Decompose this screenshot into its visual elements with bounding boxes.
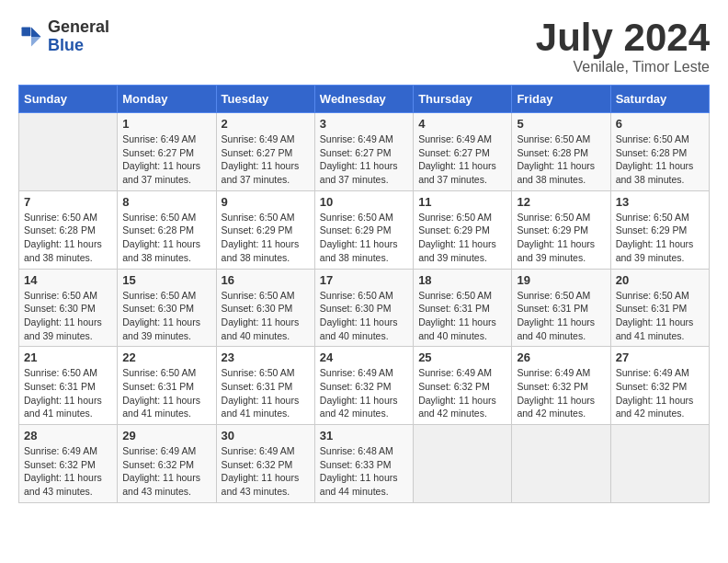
day-info: Sunrise: 6:49 AM Sunset: 6:32 PM Dayligh… [616, 366, 704, 420]
svg-rect-2 [22, 27, 31, 36]
weekday-header: Friday [512, 86, 610, 113]
calendar-day-cell: 31Sunrise: 6:48 AM Sunset: 6:33 PM Dayli… [314, 425, 413, 503]
svg-marker-0 [31, 27, 41, 37]
logo-icon [18, 24, 44, 50]
day-number: 15 [122, 273, 210, 287]
calendar-day-cell: 7Sunrise: 6:50 AM Sunset: 6:28 PM Daylig… [19, 190, 118, 269]
weekday-header: Tuesday [216, 86, 314, 113]
calendar-day-cell [414, 425, 512, 503]
day-number: 23 [222, 350, 310, 364]
calendar-day-cell: 10Sunrise: 6:50 AM Sunset: 6:29 PM Dayli… [314, 190, 413, 269]
day-info: Sunrise: 6:50 AM Sunset: 6:30 PM Dayligh… [122, 289, 210, 343]
day-info: Sunrise: 6:49 AM Sunset: 6:32 PM Dayligh… [122, 444, 210, 499]
calendar-day-cell: 4Sunrise: 6:49 AM Sunset: 6:27 PM Daylig… [414, 113, 512, 191]
day-info: Sunrise: 6:50 AM Sunset: 6:31 PM Dayligh… [517, 289, 605, 343]
day-info: Sunrise: 6:49 AM Sunset: 6:27 PM Dayligh… [122, 132, 210, 187]
month-year-title: July 2024 [536, 18, 710, 57]
calendar-day-cell: 3Sunrise: 6:49 AM Sunset: 6:27 PM Daylig… [314, 113, 413, 191]
calendar-week-row: 28Sunrise: 6:49 AM Sunset: 6:32 PM Dayli… [19, 425, 710, 503]
calendar-day-cell: 20Sunrise: 6:50 AM Sunset: 6:31 PM Dayli… [610, 269, 709, 347]
calendar-day-cell: 2Sunrise: 6:49 AM Sunset: 6:27 PM Daylig… [216, 113, 314, 191]
day-number: 25 [418, 350, 506, 364]
day-number: 31 [320, 429, 408, 442]
svg-marker-1 [31, 37, 41, 47]
logo[interactable]: General Blue [18, 18, 109, 55]
day-number: 13 [616, 195, 704, 209]
weekday-header: Thursday [414, 86, 512, 113]
day-number: 22 [122, 350, 210, 364]
calendar-day-cell [512, 425, 610, 503]
day-info: Sunrise: 6:49 AM Sunset: 6:32 PM Dayligh… [418, 366, 506, 420]
day-number: 14 [24, 273, 112, 287]
location-subtitle: Venilale, Timor Leste [536, 59, 710, 75]
day-info: Sunrise: 6:50 AM Sunset: 6:30 PM Dayligh… [320, 289, 408, 343]
day-info: Sunrise: 6:50 AM Sunset: 6:29 PM Dayligh… [517, 211, 605, 265]
day-info: Sunrise: 6:50 AM Sunset: 6:31 PM Dayligh… [616, 289, 704, 343]
calendar-day-cell: 22Sunrise: 6:50 AM Sunset: 6:31 PM Dayli… [118, 347, 216, 425]
calendar-week-row: 14Sunrise: 6:50 AM Sunset: 6:30 PM Dayli… [19, 269, 710, 347]
calendar-day-cell: 23Sunrise: 6:50 AM Sunset: 6:31 PM Dayli… [216, 347, 314, 425]
day-info: Sunrise: 6:49 AM Sunset: 6:27 PM Dayligh… [222, 132, 310, 187]
day-number: 30 [222, 429, 310, 442]
day-info: Sunrise: 6:49 AM Sunset: 6:32 PM Dayligh… [24, 444, 112, 499]
day-number: 29 [122, 429, 210, 442]
day-number: 1 [122, 117, 210, 131]
weekday-header-row: SundayMondayTuesdayWednesdayThursdayFrid… [19, 86, 710, 113]
calendar-week-row: 21Sunrise: 6:50 AM Sunset: 6:31 PM Dayli… [19, 347, 710, 425]
calendar-day-cell: 19Sunrise: 6:50 AM Sunset: 6:31 PM Dayli… [512, 269, 610, 347]
day-number: 27 [616, 350, 704, 364]
day-info: Sunrise: 6:50 AM Sunset: 6:31 PM Dayligh… [122, 366, 210, 420]
day-info: Sunrise: 6:50 AM Sunset: 6:29 PM Dayligh… [320, 211, 408, 265]
calendar-day-cell: 27Sunrise: 6:49 AM Sunset: 6:32 PM Dayli… [610, 347, 709, 425]
calendar-day-cell: 13Sunrise: 6:50 AM Sunset: 6:29 PM Dayli… [610, 190, 709, 269]
day-info: Sunrise: 6:50 AM Sunset: 6:29 PM Dayligh… [418, 211, 506, 265]
calendar-day-cell: 1Sunrise: 6:49 AM Sunset: 6:27 PM Daylig… [118, 113, 216, 191]
day-info: Sunrise: 6:50 AM Sunset: 6:30 PM Dayligh… [24, 289, 112, 343]
day-info: Sunrise: 6:50 AM Sunset: 6:28 PM Dayligh… [24, 211, 112, 265]
page-header: General Blue July 2024 Venilale, Timor L… [18, 18, 710, 75]
day-number: 2 [222, 117, 310, 131]
calendar-day-cell: 14Sunrise: 6:50 AM Sunset: 6:30 PM Dayli… [19, 269, 118, 347]
day-info: Sunrise: 6:50 AM Sunset: 6:28 PM Dayligh… [122, 211, 210, 265]
day-number: 26 [517, 350, 605, 364]
day-info: Sunrise: 6:50 AM Sunset: 6:28 PM Dayligh… [616, 132, 704, 187]
logo-blue: Blue [48, 37, 109, 55]
day-number: 5 [517, 117, 605, 131]
calendar-table: SundayMondayTuesdayWednesdayThursdayFrid… [18, 85, 710, 503]
calendar-day-cell: 8Sunrise: 6:50 AM Sunset: 6:28 PM Daylig… [118, 190, 216, 269]
calendar-day-cell: 17Sunrise: 6:50 AM Sunset: 6:30 PM Dayli… [314, 269, 413, 347]
calendar-day-cell: 30Sunrise: 6:49 AM Sunset: 6:32 PM Dayli… [216, 425, 314, 503]
weekday-header: Sunday [19, 86, 118, 113]
day-info: Sunrise: 6:49 AM Sunset: 6:27 PM Dayligh… [320, 132, 408, 187]
calendar-day-cell: 18Sunrise: 6:50 AM Sunset: 6:31 PM Dayli… [414, 269, 512, 347]
calendar-day-cell: 9Sunrise: 6:50 AM Sunset: 6:29 PM Daylig… [216, 190, 314, 269]
day-info: Sunrise: 6:50 AM Sunset: 6:28 PM Dayligh… [517, 132, 605, 187]
day-number: 4 [418, 117, 506, 131]
day-number: 8 [122, 195, 210, 209]
day-info: Sunrise: 6:50 AM Sunset: 6:31 PM Dayligh… [222, 366, 310, 420]
day-info: Sunrise: 6:48 AM Sunset: 6:33 PM Dayligh… [320, 444, 408, 499]
day-info: Sunrise: 6:49 AM Sunset: 6:27 PM Dayligh… [418, 132, 506, 187]
day-number: 19 [517, 273, 605, 287]
day-number: 24 [320, 350, 408, 364]
day-info: Sunrise: 6:49 AM Sunset: 6:32 PM Dayligh… [320, 366, 408, 420]
weekday-header: Monday [118, 86, 216, 113]
calendar-day-cell: 12Sunrise: 6:50 AM Sunset: 6:29 PM Dayli… [512, 190, 610, 269]
day-number: 3 [320, 117, 408, 131]
day-number: 10 [320, 195, 408, 209]
calendar-day-cell: 5Sunrise: 6:50 AM Sunset: 6:28 PM Daylig… [512, 113, 610, 191]
day-number: 11 [418, 195, 506, 209]
day-info: Sunrise: 6:49 AM Sunset: 6:32 PM Dayligh… [517, 366, 605, 420]
calendar-day-cell: 21Sunrise: 6:50 AM Sunset: 6:31 PM Dayli… [19, 347, 118, 425]
day-info: Sunrise: 6:50 AM Sunset: 6:31 PM Dayligh… [24, 366, 112, 420]
day-number: 9 [222, 195, 310, 209]
day-number: 17 [320, 273, 408, 287]
day-number: 7 [24, 195, 112, 209]
day-number: 28 [24, 429, 112, 442]
day-number: 18 [418, 273, 506, 287]
logo-text: General Blue [48, 18, 109, 55]
calendar-week-row: 1Sunrise: 6:49 AM Sunset: 6:27 PM Daylig… [19, 113, 710, 191]
calendar-day-cell: 25Sunrise: 6:49 AM Sunset: 6:32 PM Dayli… [414, 347, 512, 425]
calendar-day-cell: 24Sunrise: 6:49 AM Sunset: 6:32 PM Dayli… [314, 347, 413, 425]
calendar-day-cell: 28Sunrise: 6:49 AM Sunset: 6:32 PM Dayli… [19, 425, 118, 503]
